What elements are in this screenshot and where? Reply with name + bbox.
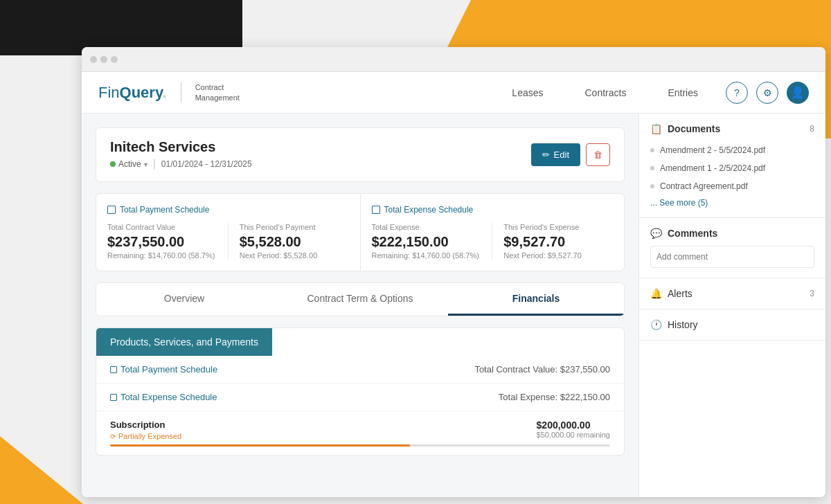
this-period-payment-value: $5,528.00 — [240, 234, 349, 250]
date-separator: | — [153, 158, 156, 170]
comments-section: 💬 Comments — [639, 218, 825, 278]
document-item-3[interactable]: Contract Agreement.pdf — [650, 177, 814, 195]
total-contract-card: Total Contract Value $237,550.00 Remaini… — [107, 223, 217, 260]
nav-entries[interactable]: Entries — [668, 87, 698, 98]
edit-button[interactable]: ✏ Edit — [531, 143, 580, 166]
this-period-expense-label: This Period's Expense — [503, 223, 613, 231]
comment-input[interactable] — [650, 246, 814, 268]
this-period-payment-card: This Period's Payment $5,528.00 Next Per… — [240, 223, 349, 260]
right-sidebar: 📋 Documents 8 Amendment 2 - 5/5/2024.pdf — [638, 114, 825, 497]
card-divider-2 — [492, 223, 492, 260]
page-header: Initech Services Active ▾ | 01/01/2024 -… — [96, 127, 625, 182]
total-expense-link[interactable]: Total Expense Schedule — [110, 392, 217, 402]
user-button[interactable]: 👤 — [787, 82, 809, 104]
tab-overview[interactable]: Overview — [96, 283, 272, 316]
summary-cards: Total Payment Schedule Total Contract Va… — [96, 193, 625, 271]
total-contract-remaining: Remaining: $14,760.00 (58.7%) — [107, 251, 217, 260]
logo[interactable]: FinQuery. — [98, 84, 167, 102]
nav-links: Leases Contracts Entries — [512, 87, 698, 98]
documents-count: 8 — [810, 124, 814, 134]
top-nav: FinQuery. Contract Management Leases Con… — [82, 72, 825, 114]
documents-header: 📋 Documents 8 — [650, 123, 814, 134]
total-payment-value: Total Contract Value: $237,550.00 — [474, 364, 610, 375]
gear-icon: ⚙ — [763, 87, 772, 98]
products-section: Products, Services, and Payments Total P… — [96, 327, 625, 456]
total-contract-label: Total Contract Value — [107, 223, 217, 231]
browser-chrome — [82, 47, 825, 72]
tab-contract-term[interactable]: Contract Term & Options — [272, 283, 448, 316]
edit-icon: ✏ — [542, 150, 550, 160]
this-period-expense-card: This Period's Expense $9,527.70 Next Per… — [503, 223, 613, 260]
tab-financials[interactable]: Financials — [448, 283, 624, 316]
comment-icon: 💬 — [650, 228, 662, 239]
app-container: FinQuery. Contract Management Leases Con… — [82, 72, 825, 497]
total-payment-row[interactable]: Total Payment Schedule Total Contract Va… — [96, 356, 624, 384]
payment-cards-inner: Total Contract Value $237,550.00 Remaini… — [107, 223, 349, 260]
status-badge[interactable]: Active ▾ — [110, 159, 148, 169]
bell-icon: 🔔 — [650, 288, 662, 299]
subscription-header: Subscription ⟳ Partially Expensed $200,0… — [110, 420, 610, 440]
total-payment-link[interactable]: Total Payment Schedule — [110, 364, 217, 375]
external-link-icon-ps — [110, 366, 117, 373]
logo-area: FinQuery. Contract Management — [98, 82, 240, 103]
nav-contracts[interactable]: Contracts — [585, 87, 627, 98]
page-title-area: Initech Services Active ▾ | 01/01/2024 -… — [110, 139, 252, 170]
logo-divider — [181, 82, 181, 103]
question-icon: ? — [734, 87, 740, 98]
history-icon: 🕐 — [650, 319, 662, 330]
user-icon: 👤 — [791, 86, 805, 99]
subscription-name: Subscription — [110, 420, 181, 430]
help-button[interactable]: ? — [726, 82, 748, 104]
alerts-count: 3 — [810, 289, 814, 298]
header-actions: ✏ Edit 🗑 — [531, 143, 610, 166]
see-more-documents[interactable]: ... See more (5) — [650, 198, 814, 208]
payment-schedule-title[interactable]: Total Payment Schedule — [107, 205, 349, 215]
expense-schedule-section: Total Expense Schedule Total Expense $22… — [361, 194, 625, 271]
products-header: Products, Services, and Payments — [96, 328, 272, 356]
history-label: History — [668, 319, 814, 330]
browser-dot-red — [90, 56, 97, 63]
logo-subtitle: Contract Management — [195, 82, 240, 102]
total-expense-value: $222,150.00 — [372, 234, 481, 250]
file-icon: 📋 — [650, 123, 662, 134]
tabs-bar: Overview Contract Term & Options Financi… — [96, 282, 625, 316]
document-item-1[interactable]: Amendment 2 - 5/5/2024.pdf — [650, 141, 814, 159]
logo-text: FinQuery. — [98, 84, 167, 101]
subscription-row[interactable]: Subscription ⟳ Partially Expensed $200,0… — [96, 411, 624, 455]
documents-list: Amendment 2 - 5/5/2024.pdf Amendment 1 -… — [650, 141, 814, 195]
total-expense-row[interactable]: Total Expense Schedule Total Expense: $2… — [96, 384, 624, 411]
settings-button[interactable]: ⚙ — [756, 82, 778, 104]
external-link-icon-expense — [372, 206, 380, 214]
external-link-icon-payment — [107, 206, 116, 214]
subscription-info: Subscription ⟳ Partially Expensed — [110, 420, 181, 440]
alerts-label: Alerts — [668, 288, 804, 299]
expense-cards-inner: Total Expense $222,150.00 Remaining: $14… — [372, 223, 614, 260]
page-title: Initech Services — [110, 139, 252, 155]
delete-button[interactable]: 🗑 — [586, 143, 610, 166]
bg-yellow-bottom-decoration — [0, 407, 83, 504]
this-period-expense-next: Next Period: $9,527.70 — [503, 251, 613, 260]
history-row[interactable]: 🕐 History — [639, 309, 825, 341]
browser-dots — [90, 56, 118, 63]
documents-title: 📋 Documents — [650, 123, 720, 134]
status-dot — [110, 161, 116, 167]
products-body: Total Payment Schedule Total Contract Va… — [96, 356, 624, 455]
nav-leases[interactable]: Leases — [512, 87, 543, 98]
expense-schedule-title[interactable]: Total Expense Schedule — [372, 205, 614, 215]
main-layout: Initech Services Active ▾ | 01/01/2024 -… — [82, 114, 825, 497]
refresh-icon: ⟳ — [110, 433, 116, 440]
browser-dot-green — [111, 56, 118, 63]
document-item-2[interactable]: Amendment 1 - 2/5/2024.pdf — [650, 159, 814, 177]
doc-dot-2 — [650, 166, 654, 170]
subscription-value: $200,000.00 — [537, 420, 610, 431]
browser-window: FinQuery. Contract Management Leases Con… — [82, 47, 825, 497]
total-expense-remaining: Remaining: $14,760.00 (58.7%) — [372, 251, 481, 260]
alerts-row[interactable]: 🔔 Alerts 3 — [639, 278, 825, 309]
total-expense-label: Total Expense — [372, 223, 481, 231]
subscription-remaining: $50,000.00 remaining — [537, 431, 610, 439]
total-expense-card: Total Expense $222,150.00 Remaining: $14… — [372, 223, 481, 260]
external-link-icon-es — [110, 394, 117, 401]
comments-header: 💬 Comments — [650, 228, 814, 239]
browser-dot-yellow — [100, 56, 107, 63]
date-range: 01/01/2024 - 12/31/2025 — [161, 159, 252, 169]
